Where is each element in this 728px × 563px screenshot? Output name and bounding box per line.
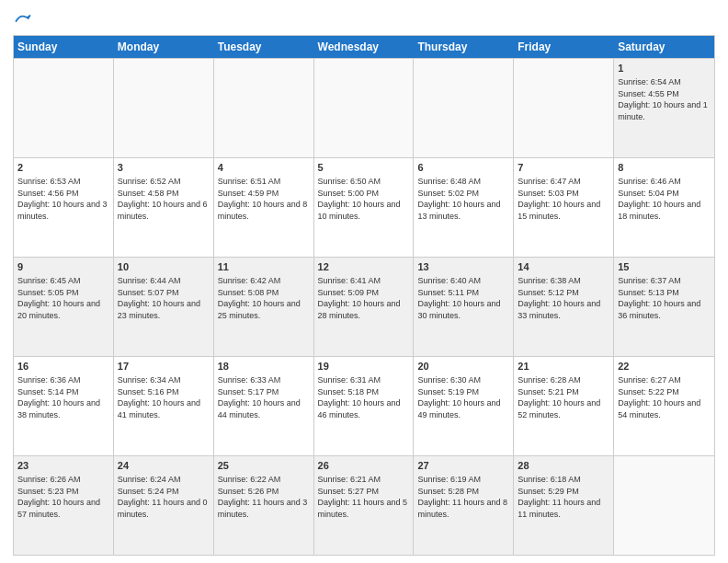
day-info: Sunrise: 6:24 AM Sunset: 5:24 PM Dayligh… xyxy=(118,475,210,519)
day-number: 17 xyxy=(118,360,210,373)
calendar-cell xyxy=(14,59,114,157)
calendar-cell xyxy=(614,456,714,555)
day-info: Sunrise: 6:36 AM Sunset: 5:14 PM Dayligh… xyxy=(17,375,103,419)
day-number: 18 xyxy=(218,360,310,373)
calendar-cell: 27Sunrise: 6:19 AM Sunset: 5:28 PM Dayli… xyxy=(414,456,514,555)
calendar-cell: 7Sunrise: 6:47 AM Sunset: 5:03 PM Daylig… xyxy=(514,158,614,257)
day-number: 6 xyxy=(417,161,509,175)
calendar-cell xyxy=(114,59,214,157)
calendar-cell: 14Sunrise: 6:38 AM Sunset: 5:12 PM Dayli… xyxy=(514,258,614,356)
day-number: 11 xyxy=(218,260,310,274)
day-info: Sunrise: 6:30 AM Sunset: 5:19 PM Dayligh… xyxy=(417,375,503,419)
calendar-cell: 20Sunrise: 6:30 AM Sunset: 5:19 PM Dayli… xyxy=(414,357,514,455)
day-number: 21 xyxy=(518,360,609,373)
day-info: Sunrise: 6:40 AM Sunset: 5:11 PM Dayligh… xyxy=(417,276,503,320)
day-number: 1 xyxy=(618,62,711,75)
day-number: 24 xyxy=(118,459,210,473)
day-info: Sunrise: 6:42 AM Sunset: 5:08 PM Dayligh… xyxy=(218,276,303,320)
header-day-friday: Friday xyxy=(514,36,614,58)
day-info: Sunrise: 6:33 AM Sunset: 5:17 PM Dayligh… xyxy=(218,375,303,419)
day-info: Sunrise: 6:31 AM Sunset: 5:18 PM Dayligh… xyxy=(318,375,404,419)
day-info: Sunrise: 6:28 AM Sunset: 5:21 PM Dayligh… xyxy=(518,375,603,419)
calendar-cell: 23Sunrise: 6:26 AM Sunset: 5:23 PM Dayli… xyxy=(14,456,114,555)
calendar-row-4: 23Sunrise: 6:26 AM Sunset: 5:23 PM Dayli… xyxy=(14,455,714,555)
calendar-cell: 24Sunrise: 6:24 AM Sunset: 5:24 PM Dayli… xyxy=(114,456,214,555)
day-number: 5 xyxy=(318,161,410,175)
calendar-cell: 3Sunrise: 6:52 AM Sunset: 4:58 PM Daylig… xyxy=(114,158,214,257)
header-day-tuesday: Tuesday xyxy=(214,36,314,58)
day-number: 12 xyxy=(318,260,410,274)
calendar-cell: 9Sunrise: 6:45 AM Sunset: 5:05 PM Daylig… xyxy=(14,258,114,356)
day-info: Sunrise: 6:48 AM Sunset: 5:02 PM Dayligh… xyxy=(417,177,503,221)
calendar-cell: 15Sunrise: 6:37 AM Sunset: 5:13 PM Dayli… xyxy=(614,258,714,356)
header-day-thursday: Thursday xyxy=(414,36,514,58)
day-info: Sunrise: 6:54 AM Sunset: 4:55 PM Dayligh… xyxy=(618,77,710,121)
calendar-cell xyxy=(414,59,514,157)
calendar-cell: 11Sunrise: 6:42 AM Sunset: 5:08 PM Dayli… xyxy=(214,258,314,356)
header-day-saturday: Saturday xyxy=(614,36,714,58)
calendar: SundayMondayTuesdayWednesdayThursdayFrid… xyxy=(13,35,715,556)
day-number: 9 xyxy=(17,260,109,274)
logo-icon xyxy=(15,13,31,29)
calendar-cell: 21Sunrise: 6:28 AM Sunset: 5:21 PM Dayli… xyxy=(514,357,614,455)
day-number: 22 xyxy=(618,360,711,373)
day-info: Sunrise: 6:53 AM Sunset: 4:56 PM Dayligh… xyxy=(17,177,109,221)
day-info: Sunrise: 6:34 AM Sunset: 5:16 PM Dayligh… xyxy=(118,375,203,419)
calendar-row-3: 16Sunrise: 6:36 AM Sunset: 5:14 PM Dayli… xyxy=(14,356,714,455)
day-info: Sunrise: 6:46 AM Sunset: 5:04 PM Dayligh… xyxy=(618,177,703,221)
calendar-header: SundayMondayTuesdayWednesdayThursdayFrid… xyxy=(14,36,714,58)
logo xyxy=(13,13,31,29)
calendar-cell: 12Sunrise: 6:41 AM Sunset: 5:09 PM Dayli… xyxy=(314,258,415,356)
header-day-sunday: Sunday xyxy=(14,36,114,58)
day-info: Sunrise: 6:38 AM Sunset: 5:12 PM Dayligh… xyxy=(518,276,603,320)
calendar-cell: 16Sunrise: 6:36 AM Sunset: 5:14 PM Dayli… xyxy=(14,357,114,455)
day-info: Sunrise: 6:50 AM Sunset: 5:00 PM Dayligh… xyxy=(318,177,404,221)
day-info: Sunrise: 6:19 AM Sunset: 5:28 PM Dayligh… xyxy=(417,475,509,519)
day-info: Sunrise: 6:47 AM Sunset: 5:03 PM Dayligh… xyxy=(518,177,603,221)
day-number: 10 xyxy=(118,260,210,274)
day-number: 13 xyxy=(417,260,509,274)
calendar-cell: 5Sunrise: 6:50 AM Sunset: 5:00 PM Daylig… xyxy=(314,158,415,257)
day-number: 4 xyxy=(218,161,310,175)
day-number: 25 xyxy=(218,459,310,473)
calendar-cell xyxy=(314,59,415,157)
day-info: Sunrise: 6:45 AM Sunset: 5:05 PM Dayligh… xyxy=(17,276,103,320)
header xyxy=(13,9,715,29)
calendar-cell: 28Sunrise: 6:18 AM Sunset: 5:29 PM Dayli… xyxy=(514,456,614,555)
day-number: 7 xyxy=(518,161,609,175)
day-info: Sunrise: 6:52 AM Sunset: 4:58 PM Dayligh… xyxy=(118,177,210,221)
calendar-cell: 25Sunrise: 6:22 AM Sunset: 5:26 PM Dayli… xyxy=(214,456,314,555)
header-day-monday: Monday xyxy=(114,36,214,58)
day-info: Sunrise: 6:41 AM Sunset: 5:09 PM Dayligh… xyxy=(318,276,404,320)
day-number: 3 xyxy=(118,161,210,175)
calendar-cell: 1Sunrise: 6:54 AM Sunset: 4:55 PM Daylig… xyxy=(614,59,714,157)
page: SundayMondayTuesdayWednesdayThursdayFrid… xyxy=(0,0,728,563)
day-info: Sunrise: 6:21 AM Sunset: 5:27 PM Dayligh… xyxy=(318,475,410,519)
calendar-cell: 13Sunrise: 6:40 AM Sunset: 5:11 PM Dayli… xyxy=(414,258,514,356)
calendar-cell xyxy=(514,59,614,157)
calendar-cell: 4Sunrise: 6:51 AM Sunset: 4:59 PM Daylig… xyxy=(214,158,314,257)
day-number: 15 xyxy=(618,260,711,274)
calendar-cell: 19Sunrise: 6:31 AM Sunset: 5:18 PM Dayli… xyxy=(314,357,415,455)
calendar-cell: 18Sunrise: 6:33 AM Sunset: 5:17 PM Dayli… xyxy=(214,357,314,455)
day-number: 23 xyxy=(17,459,109,473)
calendar-cell: 2Sunrise: 6:53 AM Sunset: 4:56 PM Daylig… xyxy=(14,158,114,257)
day-info: Sunrise: 6:27 AM Sunset: 5:22 PM Dayligh… xyxy=(618,375,703,419)
calendar-body: 1Sunrise: 6:54 AM Sunset: 4:55 PM Daylig… xyxy=(14,58,714,555)
day-number: 2 xyxy=(17,161,109,175)
day-number: 28 xyxy=(518,459,609,473)
day-number: 19 xyxy=(318,360,410,373)
calendar-cell: 10Sunrise: 6:44 AM Sunset: 5:07 PM Dayli… xyxy=(114,258,214,356)
calendar-row-1: 2Sunrise: 6:53 AM Sunset: 4:56 PM Daylig… xyxy=(14,157,714,257)
calendar-cell: 22Sunrise: 6:27 AM Sunset: 5:22 PM Dayli… xyxy=(614,357,714,455)
day-info: Sunrise: 6:51 AM Sunset: 4:59 PM Dayligh… xyxy=(218,177,310,221)
day-info: Sunrise: 6:44 AM Sunset: 5:07 PM Dayligh… xyxy=(118,276,203,320)
calendar-cell: 17Sunrise: 6:34 AM Sunset: 5:16 PM Dayli… xyxy=(114,357,214,455)
day-info: Sunrise: 6:18 AM Sunset: 5:29 PM Dayligh… xyxy=(518,475,603,519)
calendar-cell: 8Sunrise: 6:46 AM Sunset: 5:04 PM Daylig… xyxy=(614,158,714,257)
calendar-cell: 6Sunrise: 6:48 AM Sunset: 5:02 PM Daylig… xyxy=(414,158,514,257)
day-info: Sunrise: 6:22 AM Sunset: 5:26 PM Dayligh… xyxy=(218,475,310,519)
calendar-cell: 26Sunrise: 6:21 AM Sunset: 5:27 PM Dayli… xyxy=(314,456,415,555)
day-number: 27 xyxy=(417,459,509,473)
calendar-cell xyxy=(214,59,314,157)
